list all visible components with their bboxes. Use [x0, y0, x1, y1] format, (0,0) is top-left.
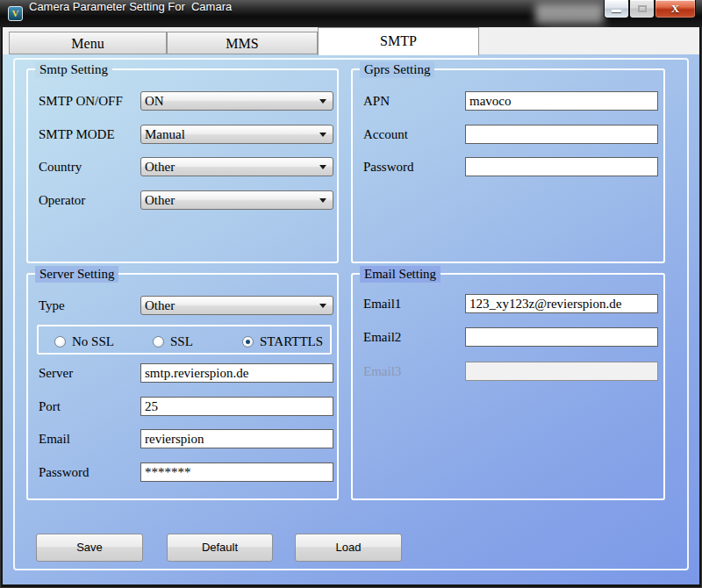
app-window: V Camera Parameter Setting For Camara X … [0, 0, 702, 588]
email-input[interactable]: revierspion [140, 429, 333, 448]
group-title: Server Setting [35, 266, 118, 283]
minimize-button[interactable] [604, 0, 629, 18]
radio-ssl[interactable]: SSL [153, 333, 193, 347]
gprs-password-input[interactable] [465, 157, 658, 176]
dropdown-value: Manual [145, 127, 185, 141]
gprs-password-label: Password [363, 159, 462, 176]
group-gprs-setting: Gprs Setting APN mavoco Account Password [351, 68, 665, 263]
group-title: Smtp Setting [35, 61, 112, 78]
chevron-down-icon [319, 304, 326, 308]
dropdown-value: Other [145, 193, 175, 207]
radio-icon [54, 336, 66, 348]
server-password-input[interactable]: ******* [140, 463, 333, 482]
type-label: Type [39, 298, 137, 314]
port-label: Port [39, 398, 137, 415]
chevron-down-icon [319, 198, 326, 203]
email3-input [465, 362, 658, 381]
apn-input[interactable]: mavoco [465, 91, 658, 111]
server-label: Server [39, 365, 137, 382]
titlebar: V Camera Parameter Setting For Camara X [0, 0, 702, 27]
app-icon: V [8, 6, 23, 21]
server-input[interactable]: smtp.revierspion.de [140, 363, 333, 383]
email1-input[interactable]: 123_xy123z@revierspion.de [465, 294, 658, 313]
maximize-icon [638, 5, 647, 12]
server-password-label: Password [39, 464, 137, 481]
account-label: Account [363, 126, 462, 143]
email2-input[interactable] [465, 327, 658, 347]
email2-label: Email2 [363, 329, 462, 346]
redacted-blur [535, 4, 604, 24]
maximize-button[interactable] [629, 0, 655, 18]
default-button[interactable]: Default [167, 534, 273, 562]
tab-menu[interactable]: Menu [9, 32, 167, 54]
tab-strip: Menu MMS SMTP [3, 27, 699, 54]
save-button[interactable]: Save [36, 534, 143, 562]
email-label: Email [39, 431, 137, 448]
email3-label: Email3 [363, 363, 462, 380]
close-button[interactable]: X [655, 0, 696, 18]
radio-no-ssl[interactable]: No SSL [54, 333, 114, 347]
chevron-down-icon [319, 165, 326, 169]
country-label: Country [39, 159, 137, 176]
group-server-setting: Server Setting Type Other No SSL SSL STA… [26, 273, 339, 500]
operator-dropdown[interactable]: Other [140, 190, 333, 210]
group-email-setting: Email Setting Email1 123_xy123z@reviersp… [351, 273, 665, 500]
dropdown-value: Other [145, 298, 175, 312]
window-title: Camera Parameter Setting For Camara [29, 0, 232, 27]
smtp-mode-dropdown[interactable]: Manual [140, 125, 333, 144]
radio-selected-icon [242, 336, 254, 348]
smtp-onoff-label: SMTP ON/OFF [39, 93, 137, 110]
minimize-icon [612, 10, 621, 12]
smtp-onoff-dropdown[interactable]: ON [140, 91, 333, 111]
radio-label: SSL [170, 334, 193, 348]
smtp-tab-page: Smtp Setting SMTP ON/OFF ON SMTP MODE Ma… [3, 54, 699, 584]
load-button[interactable]: Load [295, 534, 402, 562]
chevron-down-icon [319, 133, 326, 137]
account-input[interactable] [465, 125, 658, 144]
port-input[interactable]: 25 [140, 397, 333, 416]
group-smtp-setting: Smtp Setting SMTP ON/OFF ON SMTP MODE Ma… [26, 68, 339, 263]
tab-smtp[interactable]: SMTP [318, 27, 479, 55]
smtp-mode-label: SMTP MODE [39, 126, 137, 143]
dropdown-value: Other [145, 160, 175, 174]
tab-mms[interactable]: MMS [167, 32, 318, 54]
dropdown-value: ON [145, 94, 164, 108]
operator-label: Operator [39, 192, 137, 209]
radio-icon [153, 336, 164, 348]
group-title: Gprs Setting [360, 61, 434, 78]
country-dropdown[interactable]: Other [140, 157, 333, 176]
chevron-down-icon [319, 99, 326, 104]
apn-label: APN [363, 93, 462, 110]
radio-label: No SSL [72, 334, 114, 348]
server-type-dropdown[interactable]: Other [140, 296, 333, 315]
group-title: Email Setting [360, 266, 441, 283]
email1-label: Email1 [363, 296, 462, 312]
radio-starttls[interactable]: STARTTLS [242, 333, 323, 347]
close-icon: X [671, 2, 679, 15]
radio-label: STARTTLS [260, 334, 323, 348]
ssl-radio-group: No SSL SSL STARTTLS [37, 325, 332, 355]
